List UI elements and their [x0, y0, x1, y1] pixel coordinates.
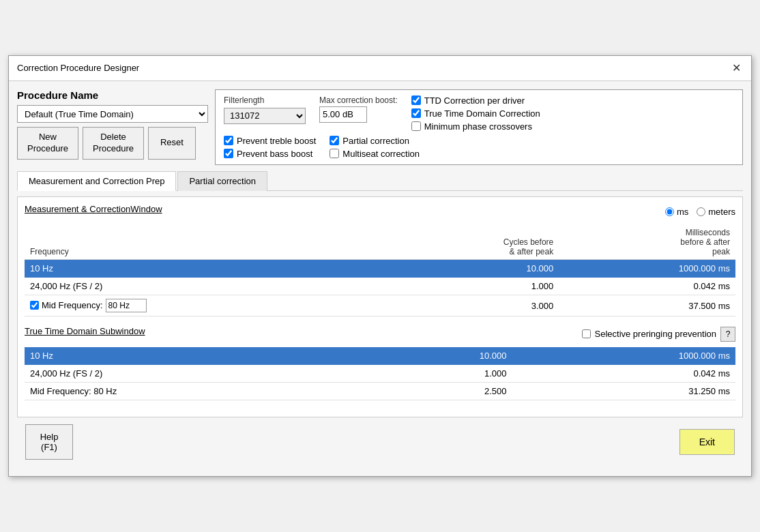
col-frequency: Frequency [25, 225, 386, 260]
cell-cycles: 10.000 [386, 259, 559, 277]
cell-frequency: 10 Hz [25, 347, 375, 365]
bottom-bar: Help (F1) Exit [17, 417, 743, 468]
prevent-bass-checkbox[interactable] [224, 149, 233, 158]
table-row[interactable]: 24,000 Hz (FS / 2) 1.000 0.042 ms [25, 365, 735, 383]
window-body: Procedure Name Default (True Time Domain… [9, 81, 751, 477]
measurement-section-title: Measurement & CorrectionWindow [25, 204, 162, 214]
multiseat-checkbox-label[interactable]: Multiseat correction [330, 149, 420, 159]
ttd-correction-checkbox-label[interactable]: TTD Correction per driver [411, 95, 540, 106]
options-right-col: TTD Correction per driver True Time Doma… [411, 95, 540, 132]
table-row[interactable]: 10 Hz 10.000 1000.000 ms [25, 347, 735, 365]
preringing-label[interactable]: Selective preringing prevention [582, 329, 717, 339]
max-boost-label: Max correction boost: [319, 95, 398, 105]
exit-button[interactable]: Exit [679, 429, 735, 455]
partial-correction-checkbox[interactable] [330, 136, 339, 145]
radio-meters[interactable] [697, 207, 705, 216]
mid-frequency-checkbox[interactable] [30, 301, 39, 310]
subwindow-title: True Time Domain Subwindow [25, 326, 145, 336]
options-panel: Filterlength 131072 Max correction boost… [215, 89, 743, 165]
true-time-domain-checkbox-label[interactable]: True Time Domain Correction [411, 108, 540, 119]
delete-procedure-button[interactable]: Delete Procedure [83, 127, 144, 160]
window-title: Correction Procedure Designer [17, 63, 139, 73]
minimum-phase-checkbox[interactable] [411, 121, 421, 131]
cell-cycles: 2.500 [375, 383, 512, 400]
ttd-correction-checkbox[interactable] [411, 95, 421, 105]
prevent-treble-checkbox[interactable] [224, 136, 233, 145]
mid-frequency-input[interactable] [106, 299, 147, 312]
subwindow-header: True Time Domain Subwindow Selective pre… [25, 326, 735, 342]
cell-ms: 1000.000 ms [559, 259, 735, 277]
multiseat-checkbox[interactable] [330, 149, 339, 158]
main-window: Correction Procedure Designer ✕ Procedur… [8, 55, 752, 477]
cell-frequency: 10 Hz [25, 259, 386, 277]
tab-measurement[interactable]: Measurement and Correction Prep [17, 171, 176, 191]
preringing-group: Selective preringing prevention ? [582, 327, 736, 342]
cell-frequency: Mid Frequency: 80 Hz [25, 383, 375, 400]
mid-checkboxes: Partial correction Multiseat correction [330, 136, 420, 159]
prevent-treble-checkbox-label[interactable]: Prevent treble boost [224, 136, 316, 146]
tab-partial-correction[interactable]: Partial correction [177, 171, 267, 191]
table-row[interactable]: Mid Frequency: 3.000 37.500 ms [25, 295, 735, 316]
options-top-row: Filterlength 131072 Max correction boost… [224, 95, 734, 132]
radio-ms[interactable] [665, 207, 674, 216]
radio-ms-label[interactable]: ms [665, 207, 688, 217]
cell-ms: 37.500 ms [559, 295, 735, 316]
unit-radio-group: ms meters [665, 207, 735, 217]
title-bar: Correction Procedure Designer ✕ [9, 56, 751, 81]
filterlength-select[interactable]: 131072 [224, 108, 306, 124]
reset-button[interactable]: Reset [148, 127, 196, 160]
subwindow-table: 10 Hz 10.000 1000.000 ms 24,000 Hz (FS /… [25, 347, 735, 400]
true-time-domain-checkbox[interactable] [411, 108, 421, 118]
col-cycles: Cycles before& after peak [386, 225, 559, 260]
preringing-checkbox[interactable] [582, 329, 591, 338]
cell-cycles: 1.000 [375, 365, 512, 383]
filterlength-label: Filterlength [224, 95, 306, 105]
max-boost-group: Max correction boost: [319, 95, 398, 123]
measurement-section-header: Measurement & CorrectionWindow ms meters [25, 204, 735, 220]
radio-meters-label[interactable]: meters [697, 207, 735, 217]
tabs-row: Measurement and Correction Prep Partial … [17, 171, 743, 191]
subwindow-section: True Time Domain Subwindow Selective pre… [25, 326, 735, 400]
measurement-table: Frequency Cycles before& after peak Mill… [25, 225, 735, 317]
cell-frequency: 24,000 Hz (FS / 2) [25, 277, 386, 295]
cell-cycles: 3.000 [386, 295, 559, 316]
table-row[interactable]: 10 Hz 10.000 1000.000 ms [25, 259, 735, 277]
cell-ms: 0.042 ms [559, 277, 735, 295]
preringing-help-button[interactable]: ? [720, 327, 735, 342]
cell-cycles: 1.000 [386, 277, 559, 295]
cell-ms: 1000.000 ms [512, 347, 735, 365]
filterlength-group: Filterlength 131072 [224, 95, 306, 124]
table-row[interactable]: 24,000 Hz (FS / 2) 1.000 0.042 ms [25, 277, 735, 295]
partial-correction-checkbox-label[interactable]: Partial correction [330, 136, 420, 146]
help-button[interactable]: Help (F1) [25, 424, 73, 460]
procedure-dropdown[interactable]: Default (True Time Domain) [17, 105, 208, 123]
max-boost-input[interactable] [319, 106, 367, 123]
measurement-table-header: Frequency Cycles before& after peak Mill… [25, 225, 735, 260]
procedure-panel: Procedure Name Default (True Time Domain… [17, 89, 208, 165]
new-procedure-button[interactable]: New Procedure [17, 127, 78, 160]
cell-ms: 31.250 ms [512, 383, 735, 400]
procedure-buttons: New Procedure Delete Procedure Reset [17, 127, 208, 160]
col-milliseconds: Millisecondsbefore & afterpeak [559, 225, 735, 260]
cell-cycles: 10.000 [375, 347, 512, 365]
minimum-phase-checkbox-label[interactable]: Minimum phase crossovers [411, 121, 540, 132]
tab-content: Measurement & CorrectionWindow ms meters [17, 196, 743, 418]
prevent-bass-checkbox-label[interactable]: Prevent bass boost [224, 149, 316, 159]
cell-frequency: 24,000 Hz (FS / 2) [25, 365, 375, 383]
cell-ms: 0.042 ms [512, 365, 735, 383]
left-checkboxes: Prevent treble boost Prevent bass boost [224, 136, 316, 159]
close-button[interactable]: ✕ [729, 61, 743, 75]
checkboxes-row2: Prevent treble boost Prevent bass boost … [224, 136, 734, 159]
top-section: Procedure Name Default (True Time Domain… [17, 89, 743, 165]
procedure-name-label: Procedure Name [17, 89, 208, 101]
cell-frequency: Mid Frequency: [25, 295, 386, 316]
table-row[interactable]: Mid Frequency: 80 Hz 2.500 31.250 ms [25, 383, 735, 400]
